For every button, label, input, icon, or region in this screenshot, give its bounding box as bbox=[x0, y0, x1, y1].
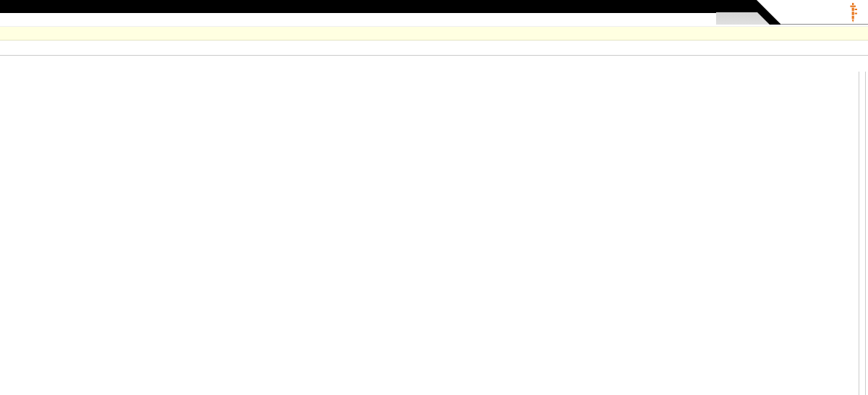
tab-bar bbox=[0, 56, 868, 74]
history-bar bbox=[0, 27, 868, 41]
toolbar bbox=[0, 13, 868, 27]
menubar bbox=[0, 0, 868, 13]
vertical-scrollbar[interactable] bbox=[859, 72, 866, 395]
page-title bbox=[0, 41, 868, 56]
